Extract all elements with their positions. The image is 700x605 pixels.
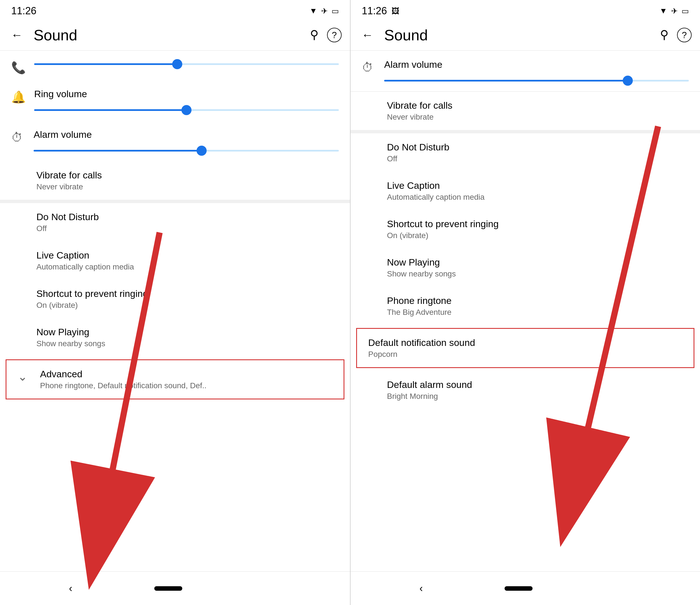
right-dnd-subtitle: Off: [387, 154, 689, 163]
left-back-button[interactable]: ←: [8, 28, 25, 42]
left-phone-volume-content: [34, 59, 339, 69]
left-dnd-subtitle: Off: [36, 224, 339, 233]
left-app-bar-actions: ⚲ ?: [310, 28, 342, 42]
right-section-divider: [351, 130, 700, 133]
airplane-icon: ✈: [321, 6, 328, 16]
left-status-bar: 11:26 ▼ ✈ ▭: [0, 0, 350, 20]
right-ringtone-item[interactable]: Phone ringtone The Big Adventure: [351, 287, 700, 325]
left-alarm-slider[interactable]: [33, 146, 339, 156]
right-alarm-sound-item[interactable]: Default alarm sound Bright Morning: [351, 371, 700, 409]
left-vibrate-item[interactable]: Vibrate for calls Never vibrate: [0, 161, 350, 200]
right-alarm-slider-thumb[interactable]: [623, 76, 633, 86]
right-notification-sound-subtitle: Popcorn: [368, 350, 682, 359]
right-vibrate-item[interactable]: Vibrate for calls Never vibrate: [351, 92, 700, 130]
right-battery-icon: ▭: [681, 6, 689, 16]
left-phone-slider-track: [34, 63, 339, 65]
left-livecaption-item[interactable]: Live Caption Automatically caption media: [0, 241, 350, 280]
right-search-button[interactable]: ⚲: [660, 28, 669, 42]
right-app-bar: ← Sound ⚲ ?: [351, 20, 700, 50]
right-page-title: Sound: [384, 26, 652, 44]
right-status-icons: ▼ ✈ ▭: [659, 6, 689, 16]
left-alarm-slider-thumb[interactable]: [197, 146, 207, 156]
left-section-divider: [0, 200, 350, 203]
left-ring-slider[interactable]: [34, 105, 339, 115]
left-alarm-volume-content: Alarm volume: [33, 129, 339, 156]
left-nowplaying-title: Now Playing: [36, 326, 339, 338]
right-status-left: 11:26 🖼: [362, 5, 399, 17]
left-shortcut-title: Shortcut to prevent ringing: [36, 288, 339, 299]
left-help-button[interactable]: ?: [327, 28, 342, 42]
left-advanced-title: Advanced: [40, 369, 332, 380]
left-dnd-title: Do Not Disturb: [36, 212, 339, 222]
left-livecaption-subtitle: Automatically caption media: [36, 262, 339, 271]
left-ring-slider-track: [34, 109, 339, 111]
right-ringtone-subtitle: The Big Adventure: [387, 308, 689, 317]
right-app-bar-actions: ⚲ ?: [660, 28, 692, 42]
right-status-bar: 11:26 🖼 ▼ ✈ ▭: [351, 0, 700, 20]
right-alarm-volume-content: Alarm volume: [384, 59, 689, 86]
right-settings-list: ⏱ Alarm volume Vibrate for calls Never v…: [351, 51, 700, 572]
right-ringtone-title: Phone ringtone: [387, 295, 689, 306]
battery-icon: ▭: [331, 6, 339, 16]
right-dnd-title: Do Not Disturb: [387, 142, 689, 153]
left-phone-slider-fill: [34, 63, 177, 65]
right-status-time: 11:26: [362, 5, 387, 17]
right-phone-screen: 11:26 🖼 ▼ ✈ ▭ ← Sound ⚲ ? ⏱ Alarm volume: [350, 0, 700, 605]
left-page-title: Sound: [33, 26, 302, 44]
right-alarm-slider[interactable]: [384, 76, 689, 86]
left-ring-volume-row: 🔔 Ring volume: [0, 80, 350, 121]
right-nav-home[interactable]: [504, 586, 532, 591]
left-ring-volume-label: Ring volume: [34, 89, 339, 99]
left-shortcut-subtitle: On (vibrate): [36, 301, 339, 310]
right-dnd-item[interactable]: Do Not Disturb Off: [351, 133, 700, 172]
right-alarm-volume-row: ⏱ Alarm volume: [351, 51, 700, 91]
left-advanced-subtitle: Phone ringtone, Default notification sou…: [40, 381, 332, 390]
left-app-bar: ← Sound ⚲ ?: [0, 20, 350, 50]
left-phone-icon: 📞: [11, 61, 26, 74]
right-notification-sound-wrapper: Default notification sound Popcorn: [356, 328, 694, 368]
right-notification-sound-item[interactable]: Default notification sound Popcorn: [357, 329, 694, 367]
left-phone-slider-thumb[interactable]: [172, 59, 182, 69]
right-nowplaying-title: Now Playing: [387, 257, 689, 268]
right-airplane-icon: ✈: [671, 6, 678, 16]
right-nav-back[interactable]: ‹: [420, 583, 423, 595]
right-back-button[interactable]: ←: [359, 28, 376, 42]
left-alarm-slider-track: [33, 150, 339, 151]
left-ring-volume-content: Ring volume: [34, 89, 339, 115]
left-settings-list: 📞 🔔 Ring volume: [0, 51, 350, 572]
right-clock-icon: ⏱: [362, 61, 376, 74]
right-alarm-slider-track: [384, 80, 689, 81]
right-nowplaying-item[interactable]: Now Playing Show nearby songs: [351, 248, 700, 287]
left-chevron-down-icon: ⌄: [18, 370, 32, 383]
right-alarm-sound-subtitle: Bright Morning: [387, 392, 689, 401]
right-alarm-sound-title: Default alarm sound: [387, 379, 689, 390]
left-alarm-slider-fill: [33, 150, 202, 151]
left-ring-slider-thumb[interactable]: [181, 105, 192, 115]
right-image-icon: 🖼: [392, 6, 399, 16]
wifi-icon: ▼: [309, 6, 317, 16]
left-search-button[interactable]: ⚲: [310, 28, 319, 42]
left-vibrate-title: Vibrate for calls: [36, 170, 339, 181]
left-nav-home[interactable]: [154, 586, 182, 591]
right-help-button[interactable]: ?: [677, 28, 692, 42]
right-livecaption-item[interactable]: Live Caption Automatically caption media: [351, 172, 700, 210]
right-shortcut-item[interactable]: Shortcut to prevent ringing On (vibrate): [351, 210, 700, 248]
left-nowplaying-item[interactable]: Now Playing Show nearby songs: [0, 318, 350, 357]
right-vibrate-subtitle: Never vibrate: [387, 113, 689, 122]
right-livecaption-subtitle: Automatically caption media: [387, 193, 689, 202]
left-shortcut-item[interactable]: Shortcut to prevent ringing On (vibrate): [0, 280, 350, 318]
right-wifi-icon: ▼: [659, 6, 667, 16]
left-status-time: 11:26: [11, 5, 36, 17]
left-nav-back[interactable]: ‹: [69, 583, 72, 595]
right-vibrate-title: Vibrate for calls: [387, 100, 689, 111]
right-nowplaying-subtitle: Show nearby songs: [387, 269, 689, 279]
left-alarm-volume-row: ⏱ Alarm volume: [0, 121, 350, 161]
left-phone-volume-row: 📞: [0, 51, 350, 80]
right-notification-sound-title: Default notification sound: [368, 337, 682, 348]
left-alarm-volume-label: Alarm volume: [33, 129, 339, 140]
left-phone-slider[interactable]: [34, 59, 339, 69]
left-dnd-item[interactable]: Do Not Disturb Off: [0, 203, 350, 241]
left-bell-icon: 🔔: [11, 90, 26, 104]
left-advanced-item[interactable]: ⌄ Advanced Phone ringtone, Default notif…: [6, 359, 344, 400]
left-nowplaying-subtitle: Show nearby songs: [36, 339, 339, 348]
